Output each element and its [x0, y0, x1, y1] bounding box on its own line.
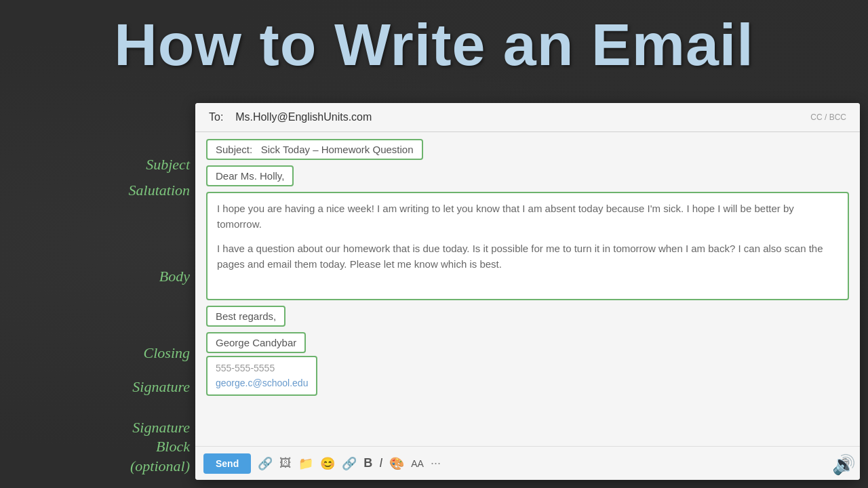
closing-text: Best regards, [216, 310, 276, 322]
signature-row: George Candybar [206, 332, 849, 353]
toolbar-icons: 🔗 🖼 📁 😊 🔗 B I 🎨 AA ··· [258, 456, 441, 471]
email-panel: To: Ms.Holly@EnglishUnits.com CC / BCC S… [195, 103, 860, 480]
salutation-text: Dear Ms. Holly, [216, 170, 284, 182]
color-icon[interactable]: 🎨 [389, 456, 404, 471]
more-options-icon[interactable]: ··· [431, 456, 441, 470]
salutation-label: Salutation [14, 182, 190, 199]
email-to-field: To: Ms.Holly@EnglishUnits.com [209, 111, 372, 123]
link-icon[interactable]: 🔗 [342, 456, 357, 471]
image-icon[interactable]: 🖼 [279, 456, 292, 470]
speaker-icon: 🔊 [832, 453, 856, 476]
closing-label: Closing [14, 344, 190, 362]
signature-block-label: SignatureBlock(optional) [14, 399, 190, 476]
subject-value: Sick Today – Homework Question [261, 144, 414, 155]
body-paragraph-1: I hope you are having a nice week! I am … [217, 201, 838, 232]
email-toolbar: Send 🔗 🖼 📁 😊 🔗 B I 🎨 AA ··· 🗑 [195, 446, 860, 480]
cc-bcc-button[interactable]: CC / BCC [810, 113, 846, 122]
subject-field[interactable]: Subject: Sick Today – Homework Question [206, 139, 423, 160]
attachment-icon[interactable]: 🔗 [258, 456, 273, 471]
body-label: Body [14, 268, 190, 285]
signature-field[interactable]: George Candybar [206, 332, 306, 353]
bold-icon[interactable]: B [363, 456, 372, 470]
send-button[interactable]: Send [203, 453, 251, 474]
sig-email: george.c@school.edu [216, 375, 308, 390]
signature-name: George Candybar [216, 337, 296, 348]
closing-row: Best regards, [206, 306, 849, 327]
subject-label: Subject [14, 156, 190, 174]
to-label: To: [209, 111, 223, 123]
body-paragraph-2: I have a question about our homework tha… [217, 241, 838, 272]
subject-label-inline: Subject: [216, 144, 252, 155]
closing-field[interactable]: Best regards, [206, 306, 285, 327]
drive-icon[interactable]: 📁 [298, 456, 313, 471]
emoji-icon[interactable]: 😊 [320, 456, 335, 471]
subject-row: Subject: Sick Today – Homework Question [206, 139, 849, 160]
salutation-row: Dear Ms. Holly, [206, 165, 849, 186]
email-header: To: Ms.Holly@EnglishUnits.com CC / BCC [195, 103, 860, 132]
page-title: How to Write an Email [0, 12, 868, 78]
signature-block-field[interactable]: 555-555-5555 george.c@school.edu [206, 356, 317, 396]
signature-label: Signature [14, 378, 190, 396]
salutation-field[interactable]: Dear Ms. Holly, [206, 165, 294, 186]
italic-icon[interactable]: I [379, 456, 382, 470]
font-size-icon[interactable]: AA [411, 458, 424, 469]
sig-phone: 555-555-5555 [216, 361, 308, 375]
to-address: Ms.Holly@EnglishUnits.com [235, 111, 372, 123]
body-field[interactable]: I hope you are having a nice week! I am … [206, 192, 849, 300]
labels-panel: Subject Salutation Body Closing Signatur… [0, 108, 197, 488]
